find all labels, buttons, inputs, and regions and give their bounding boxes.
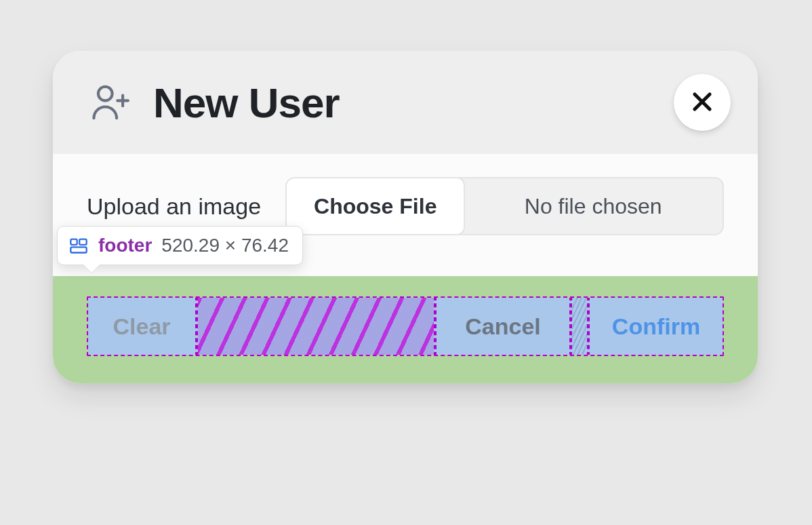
new-user-dialog: New User Upload an image Choose File No … — [53, 51, 758, 383]
file-input[interactable]: Choose File No file chosen — [285, 177, 724, 235]
file-status-text: No file chosen — [464, 178, 723, 234]
devtools-tooltip: footer 520.29 × 76.42 — [57, 226, 303, 265]
dialog-title: New User — [153, 79, 340, 127]
svg-point-0 — [98, 87, 113, 101]
dialog-header: New User — [53, 51, 758, 154]
clear-button[interactable]: Clear — [88, 296, 197, 356]
close-button[interactable] — [674, 74, 731, 131]
choose-file-button[interactable]: Choose File — [285, 177, 465, 235]
user-plus-icon — [87, 79, 134, 126]
footer-flex-container: Clear Cancel Confirm — [87, 296, 724, 356]
confirm-button[interactable]: Confirm — [588, 296, 723, 356]
svg-rect-6 — [79, 239, 87, 245]
close-icon — [689, 89, 715, 117]
flex-gap-region — [197, 296, 435, 356]
tooltip-dimensions: 520.29 × 76.42 — [161, 235, 289, 256]
upload-image-label: Upload an image — [87, 193, 261, 220]
margin-region — [571, 296, 588, 356]
svg-rect-5 — [70, 239, 77, 245]
cancel-button[interactable]: Cancel — [435, 296, 571, 356]
svg-rect-7 — [70, 247, 86, 252]
dialog-footer: footer 520.29 × 76.42 Clear Cancel Confi… — [53, 276, 758, 383]
tooltip-tag: footer — [98, 235, 152, 256]
flex-layout-icon — [68, 235, 89, 256]
